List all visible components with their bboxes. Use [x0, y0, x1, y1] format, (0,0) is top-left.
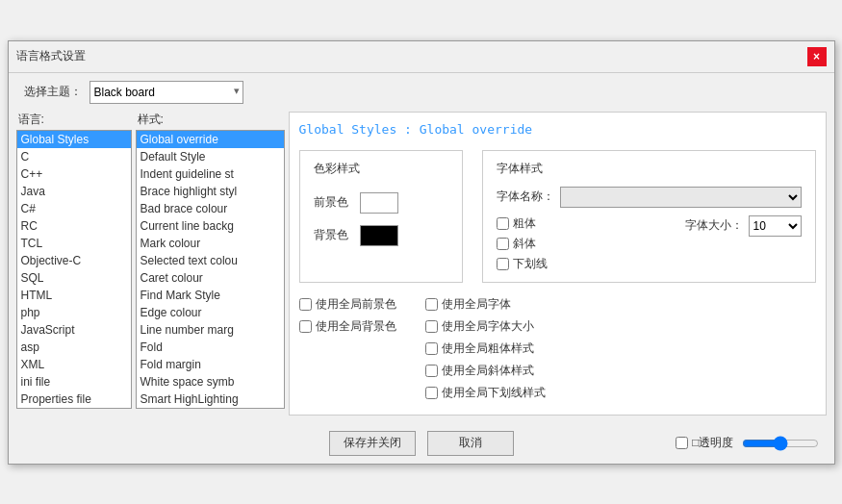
list-item[interactable]: Global override	[137, 131, 284, 148]
global-options: 使用全局前景色 使用全局背景色 使用全局字体 使用全局字体大小	[299, 292, 816, 405]
fg-color-swatch[interactable]	[360, 192, 398, 214]
use-global-font-checkbox[interactable]	[425, 298, 438, 311]
use-global-bold-label: 使用全局粗体样式	[442, 340, 534, 357]
theme-row: 选择主题： Black board Default Monokai Solari…	[9, 73, 834, 112]
close-button[interactable]: ×	[807, 47, 827, 66]
global-col-right: 使用全局字体 使用全局字体大小 使用全局粗体样式 使用全局斜体样式	[425, 296, 546, 401]
list-item[interactable]: Line number marg	[137, 321, 284, 339]
list-item[interactable]: Selected text colou	[137, 252, 284, 269]
save-button[interactable]: 保存并关闭	[329, 431, 416, 456]
list-item[interactable]: Current line backg	[137, 217, 284, 235]
list-item[interactable]: XML	[17, 356, 131, 373]
italic-checkbox[interactable]	[497, 238, 509, 250]
use-global-fg-label: 使用全局前景色	[316, 296, 396, 313]
font-name-row: 字体名称：	[497, 187, 802, 208]
theme-select[interactable]: Black board Default Monokai Solarized	[89, 81, 243, 104]
use-global-fg-row[interactable]: 使用全局前景色	[299, 296, 396, 313]
bottom-bar: 保存并关闭 取消 □透明度	[9, 423, 834, 464]
list-item[interactable]: Brace highlight styl	[137, 183, 284, 200]
list-item[interactable]: asp	[17, 339, 131, 356]
underline-checkbox[interactable]	[497, 258, 509, 270]
theme-label: 选择主题：	[24, 84, 82, 100]
bold-label: 粗体	[513, 215, 536, 232]
bold-checkbox-row[interactable]: 粗体	[497, 215, 548, 232]
use-global-bg-checkbox[interactable]	[299, 320, 312, 333]
list-item[interactable]: TCL	[17, 235, 131, 252]
list-item[interactable]: C#	[17, 200, 131, 217]
list-item[interactable]: Objective-C	[17, 252, 131, 269]
cancel-button[interactable]: 取消	[427, 431, 514, 456]
list-item[interactable]: Java	[17, 183, 131, 200]
use-global-underline-label: 使用全局下划线样式	[442, 385, 546, 401]
transparency-checkbox-row[interactable]: □透明度	[676, 435, 733, 451]
use-global-fontsize-label: 使用全局字体大小	[442, 318, 534, 335]
use-global-italic-row[interactable]: 使用全局斜体样式	[425, 363, 546, 379]
list-item[interactable]: Fold	[137, 339, 284, 356]
bg-color-swatch[interactable]	[360, 225, 398, 246]
list-item[interactable]: Find Mark Style	[137, 408, 284, 409]
fg-color-row: 前景色	[314, 192, 448, 214]
bg-color-row: 背景色	[314, 225, 448, 246]
panel-title: Global Styles : Global override	[299, 122, 816, 137]
list-item[interactable]: Indent guideline st	[137, 165, 284, 183]
use-global-fontsize-checkbox[interactable]	[425, 320, 438, 333]
list-item[interactable]: White space symb	[137, 373, 284, 391]
list-item[interactable]: C	[17, 148, 131, 165]
use-global-bg-label: 使用全局背景色	[316, 318, 396, 335]
use-global-underline-row[interactable]: 使用全局下划线样式	[425, 385, 546, 401]
list-item[interactable]: Global Styles	[17, 131, 131, 148]
list-item[interactable]: C++	[17, 165, 131, 183]
list-item[interactable]: RC	[17, 217, 131, 235]
global-col-left: 使用全局前景色 使用全局背景色	[299, 296, 396, 401]
font-style-row: 粗体 斜体 下划线 字体大小：	[497, 215, 802, 272]
list-item[interactable]: Default Style	[137, 148, 284, 165]
transparency-label: □透明度	[692, 435, 733, 451]
language-section: 语言: Global Styles C C++ Java C# RC TCL O…	[16, 112, 132, 416]
use-global-italic-label: 使用全局斜体样式	[442, 363, 534, 379]
list-item[interactable]: Properties file	[17, 391, 131, 408]
list-item[interactable]: Mark colour	[137, 235, 284, 252]
transparency-slider[interactable]	[742, 436, 819, 451]
use-global-italic-checkbox[interactable]	[425, 365, 438, 377]
font-style-col: 粗体 斜体 下划线	[497, 215, 548, 272]
panel-body: 色彩样式 前景色 背景色 字体样式 字体名称：	[299, 150, 816, 283]
use-global-underline-checkbox[interactable]	[425, 387, 438, 399]
list-item[interactable]: Smart HighLighting	[137, 391, 284, 408]
font-name-select[interactable]	[560, 187, 802, 208]
use-global-font-label: 使用全局字体	[442, 296, 511, 313]
font-section: 字体样式 字体名称： 粗体	[482, 150, 816, 283]
title-text: 语言格式设置	[16, 48, 86, 64]
transparency-checkbox[interactable]	[676, 437, 688, 449]
list-area: 语言: Global Styles C C++ Java C# RC TCL O…	[16, 112, 285, 416]
use-global-fg-checkbox[interactable]	[299, 298, 312, 311]
list-item[interactable]: Fold margin	[137, 356, 284, 373]
style-section: 样式: Global override Default Style Indent…	[136, 112, 285, 416]
use-global-fontsize-row[interactable]: 使用全局字体大小	[425, 318, 546, 335]
fg-label: 前景色	[314, 194, 352, 211]
list-item[interactable]: Bad brace colour	[137, 200, 284, 217]
list-item[interactable]: ini file	[17, 373, 131, 391]
color-section-title: 色彩样式	[314, 161, 448, 177]
use-global-font-row[interactable]: 使用全局字体	[425, 296, 546, 313]
list-item[interactable]: Find Mark Style	[137, 287, 284, 304]
list-item[interactable]: SQL	[17, 269, 131, 287]
bold-checkbox[interactable]	[497, 217, 509, 230]
titlebar: 语言格式设置 ×	[9, 41, 834, 73]
list-item[interactable]: JavaScript	[17, 321, 131, 339]
list-item[interactable]: DIFF	[17, 408, 131, 409]
language-listbox[interactable]: Global Styles C C++ Java C# RC TCL Objec…	[16, 130, 132, 409]
use-global-bg-row[interactable]: 使用全局背景色	[299, 318, 396, 335]
font-size-select[interactable]: 8 9 10 11 12 14 16 18	[749, 215, 802, 237]
underline-label: 下划线	[513, 256, 548, 272]
italic-checkbox-row[interactable]: 斜体	[497, 236, 548, 252]
use-global-bold-checkbox[interactable]	[425, 342, 438, 355]
style-listbox[interactable]: Global override Default Style Indent gui…	[136, 130, 285, 409]
list-item[interactable]: Edge colour	[137, 304, 284, 321]
color-section: 色彩样式 前景色 背景色	[299, 150, 463, 283]
list-item[interactable]: Caret colour	[137, 269, 284, 287]
list-item[interactable]: HTML	[17, 287, 131, 304]
right-panel: Global Styles : Global override 色彩样式 前景色…	[289, 112, 827, 416]
list-item[interactable]: php	[17, 304, 131, 321]
underline-checkbox-row[interactable]: 下划线	[497, 256, 548, 272]
use-global-bold-row[interactable]: 使用全局粗体样式	[425, 340, 546, 357]
